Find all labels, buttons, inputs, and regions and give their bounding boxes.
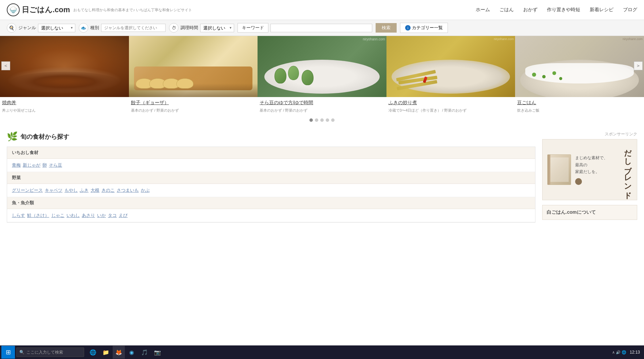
food-subtitle-tomeshi: 炊き込みご飯 — [517, 108, 539, 112]
food-link-shinjaga[interactable]: 新じゃが — [23, 162, 40, 168]
subsection-fish-header: 魚・魚介類 — [7, 197, 535, 209]
time-select-wrapper: 選択しない ▼ — [200, 24, 234, 32]
food-link-tako[interactable]: タコ — [108, 212, 117, 219]
carousel-next-button[interactable]: ＞ — [634, 61, 643, 70]
food-image-fuki: niryohann.com — [386, 36, 515, 97]
carousel-wrapper: 焼肉丼 丼ぶりや混ぜごはん 餃子（ギョーザ） 基本のおかず — [0, 36, 644, 126]
nav-okazu[interactable]: おかず — [523, 7, 537, 13]
food-title-tomeshi[interactable]: 豆ごはん — [517, 100, 642, 106]
food-image-tomeshi: niryohann.com — [515, 36, 644, 97]
food-link-kinoko[interactable]: きのこ — [101, 187, 115, 193]
sponsor-slogan: まじめな素材で、 最高の 家庭だしを。 — [575, 154, 619, 175]
keyword-label: キーワード — [238, 23, 268, 33]
food-link-kabu[interactable]: かぶ — [141, 187, 150, 193]
time-label: 調理時間 — [181, 25, 198, 31]
time-select[interactable]: 選択しない — [200, 24, 234, 32]
subsection-vegetables-header: 野菜 — [7, 172, 535, 184]
seasonal-section-header: 🌿 旬の食材から探す — [7, 131, 535, 142]
logo-icon: 🍚 — [7, 3, 20, 16]
food-title-gyoza[interactable]: 餃子（ギョーザ） — [131, 100, 256, 106]
carousel-item-3: niryohann.com そら豆のゆで方/ゆで時間 基本のおかず / 野菜のお… — [258, 36, 386, 116]
food-link-moyashi[interactable]: もやし — [64, 187, 78, 193]
search-bar: 🍳 ジャンル 選択しない ▼ 🐟 種別 ⏱ 調理時間 選択しない ▼ キーワード… — [0, 20, 644, 36]
type-section: 🐟 種別 — [79, 23, 166, 33]
carousel-item-5: niryohann.com 豆ごはん 炊き込みご飯 — [515, 36, 644, 116]
keyword-input[interactable] — [270, 24, 372, 32]
main-content: 🌿 旬の食材から探す いちおし食材 青梅 新じゃが 卵 そら豆 野菜 グリーンピ… — [0, 126, 644, 243]
food-subtitle-link-soramame-1[interactable]: 基本のおかず — [260, 108, 282, 112]
sponsor-circle-icon — [575, 178, 582, 185]
time-section: ⏱ 調理時間 選択しない ▼ — [169, 23, 234, 33]
food-link-sake[interactable]: 鮭（さけ） — [27, 212, 49, 219]
food-link-fuki[interactable]: ふき — [80, 187, 89, 193]
food-card-info-5: 豆ごはん 炊き込みご飯 — [515, 97, 644, 116]
carousel-prev-button[interactable]: ＜ — [1, 61, 10, 70]
food-link-soramame[interactable]: そら豆 — [49, 162, 62, 168]
food-link-aome[interactable]: 青梅 — [12, 162, 21, 168]
carousel-item-1: 焼肉丼 丼ぶりや混ぜごはん — [0, 36, 129, 116]
food-link-satsumaimo[interactable]: さつまいも — [117, 187, 139, 193]
subsection-vegetables: 野菜 グリーンピース キャベツ もやし ふき 大根 きのこ さつまいも かぶ — [7, 172, 535, 197]
food-link-shirasu[interactable]: しらす — [12, 212, 25, 219]
food-link-ika[interactable]: いか — [97, 212, 106, 219]
dot-5[interactable] — [331, 118, 335, 122]
category-icon: i — [405, 25, 411, 31]
sponsor-book-image — [547, 154, 571, 185]
type-input[interactable] — [101, 24, 166, 32]
dot-4[interactable] — [326, 118, 329, 122]
food-link-daikon[interactable]: 大根 — [91, 187, 99, 193]
subsection-vegetables-links: グリーンピース キャベツ もやし ふき 大根 きのこ さつまいも かぶ — [7, 184, 535, 197]
subsection-fish: 魚・魚介類 しらす 鮭（さけ） じゃこ いわし あさり いか タコ えび — [7, 197, 535, 222]
sponsor-text: まじめな素材で、 最高の 家庭だしを。 — [575, 154, 619, 185]
nav-home[interactable]: ホーム — [476, 7, 490, 13]
food-link-asari[interactable]: あさり — [82, 212, 95, 219]
food-subtitle-link-fuki-1[interactable]: 冷蔵で3〜4日ほど（作り置き） — [389, 108, 441, 112]
about-section: 白ごはん.comについて — [542, 205, 637, 220]
logo-area: 🍚 日ごはん.com おもてなし料理から和食の基本まで♪ いちばん丁寧な和食レシ… — [7, 3, 192, 16]
nav-tsukurioki[interactable]: 作り置きや時短 — [547, 7, 580, 13]
food-link-iwashi[interactable]: いわし — [67, 212, 80, 219]
sponsor-label: スポンサーリンク — [542, 131, 637, 137]
seasonal-icon: 🌿 — [7, 131, 18, 142]
nav-blog[interactable]: ブログ — [623, 7, 637, 13]
nav-gohan[interactable]: ごはん — [499, 7, 514, 13]
food-link-tamago[interactable]: 卵 — [42, 162, 47, 168]
food-image-yakiiku — [0, 36, 129, 97]
category-button[interactable]: i カテゴリー一覧 — [400, 23, 448, 33]
food-subtitle-link-gyoza-2[interactable]: 野菜のおかず — [156, 108, 179, 112]
food-title-fuki[interactable]: ふきの炒り煮 — [389, 100, 513, 106]
type-label: 種別 — [90, 25, 99, 31]
search-button[interactable]: 検索 — [376, 23, 397, 33]
time-icon: ⏱ — [169, 23, 178, 33]
main-nav: ホーム ごはん おかず 作り置きや時短 新着レシピ ブログ — [476, 7, 637, 13]
food-subtitle-link-fuki-2[interactable]: 野菜のおかず — [444, 108, 467, 112]
genre-select-wrapper: 選択しない ▼ — [38, 24, 75, 32]
food-link-ebi[interactable]: えび — [119, 212, 128, 219]
food-subtitle-soramame: 基本のおかず / 野菜のおかず — [260, 108, 307, 112]
logo-text[interactable]: 日ごはん.com — [22, 5, 70, 15]
food-card-info-1: 焼肉丼 丼ぶりや混ぜごはん — [0, 97, 129, 116]
carousel-track: 焼肉丼 丼ぶりや混ぜごはん 餃子（ギョーザ） 基本のおかず — [0, 36, 644, 116]
food-card-info-3: そら豆のゆで方/ゆで時間 基本のおかず / 野菜のおかず — [258, 97, 386, 116]
dot-1[interactable] — [309, 118, 313, 122]
header: 🍚 日ごはん.com おもてなし料理から和食の基本まで♪ いちばん丁寧な和食レシ… — [0, 0, 644, 20]
food-subtitle-link-soramame-2[interactable]: 野菜のおかず — [285, 108, 307, 112]
carousel-item-4: niryohann.com ふきの炒り煮 冷蔵で3〜4日ほど（作り置き） / 野… — [386, 36, 515, 116]
genre-select[interactable]: 選択しない — [38, 24, 75, 32]
dot-2[interactable] — [315, 118, 318, 122]
food-subtitle-link-1[interactable]: 丼ぶりや混ぜごはん — [2, 108, 36, 112]
nav-shinchaku[interactable]: 新着レシピ — [590, 7, 613, 13]
food-title-yakiiku[interactable]: 焼肉丼 — [2, 100, 127, 106]
subsection-recommended-header: いちおし食材 — [7, 147, 535, 159]
about-title: 白ごはん.comについて — [547, 209, 633, 215]
food-link-cabbage[interactable]: キャベツ — [45, 187, 62, 193]
sponsor-box[interactable]: まじめな素材で、 最高の 家庭だしを。 だしブレンド — [542, 139, 637, 200]
content-left: 🌿 旬の食材から探す いちおし食材 青梅 新じゃが 卵 そら豆 野菜 グリーンピ… — [7, 131, 535, 223]
food-subtitle-link-gyoza-1[interactable]: 基本のおかず — [131, 108, 153, 112]
food-link-jyako[interactable]: じゃこ — [51, 212, 64, 219]
food-title-soramame[interactable]: そら豆のゆで方/ゆで時間 — [260, 100, 384, 106]
food-image-soramame: niryohann.com — [258, 36, 386, 97]
food-subtitle-link-tomeshi[interactable]: 炊き込みご飯 — [517, 108, 539, 112]
food-link-greenpeas[interactable]: グリーンピース — [12, 187, 43, 193]
dot-3[interactable] — [320, 118, 324, 122]
